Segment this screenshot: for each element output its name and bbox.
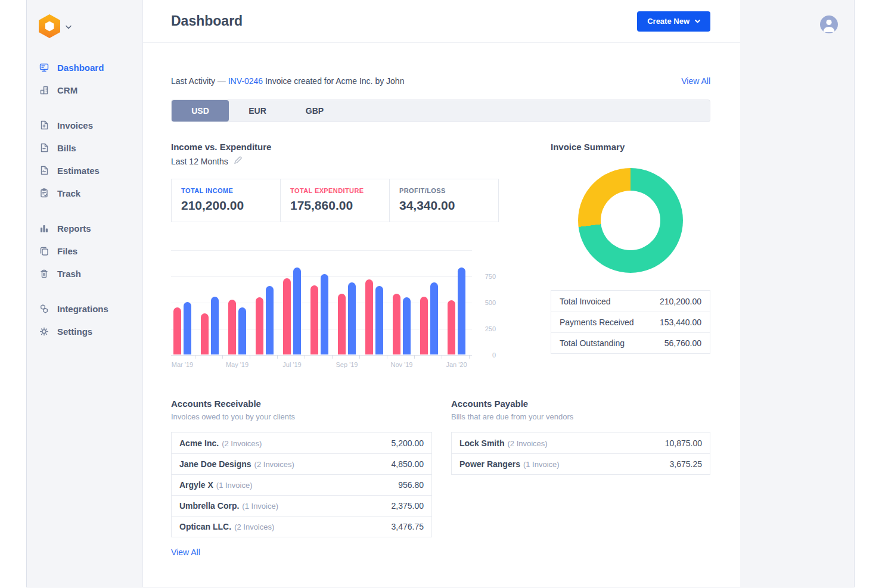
y-axis-tick-label: 0 xyxy=(472,351,496,359)
x-axis-tick xyxy=(222,355,223,359)
app-frame: Dashboard CRM Invoices Bills xyxy=(26,0,855,587)
dashboard-body: Last Activity — INV-0246 Invoice created… xyxy=(143,43,740,558)
invoice-summary-table: Total Invoiced210,200.00Payments Receive… xyxy=(551,290,710,354)
profit-loss-stat: PROFIT/LOSS 34,340.00 xyxy=(390,179,498,222)
receivable-view-all-link[interactable]: View All xyxy=(171,547,200,557)
income-expenditure-section: Income vs. Expenditure Last 12 Months TO… xyxy=(171,142,499,372)
x-axis-tick-label: Mar '19 xyxy=(172,361,193,368)
total-expenditure-stat: TOTAL EXPENDITURE 175,860.00 xyxy=(281,179,390,222)
building-icon xyxy=(39,85,49,95)
client-name: Optican LLC. xyxy=(179,522,231,531)
client-row[interactable]: Jane Doe Designs(2 Invoices)4,850.00 xyxy=(172,453,431,474)
invoice-count: (2 Invoices) xyxy=(254,460,294,469)
bar-expenditure xyxy=(310,285,318,354)
bar-expenditure xyxy=(228,300,236,354)
accounts-receivable-section: Accounts Receivable Invoices owed to you… xyxy=(171,399,432,558)
edit-range-icon[interactable] xyxy=(234,156,242,166)
bar-expenditure xyxy=(256,297,263,354)
file-minus-icon xyxy=(39,142,49,153)
sidebar-item-bills[interactable]: Bills xyxy=(39,136,142,159)
invoice-count: (1 Invoice) xyxy=(523,460,560,469)
sidebar-item-files[interactable]: Files xyxy=(39,239,142,262)
currency-tabs: USD EUR GBP xyxy=(171,99,710,122)
x-axis-tick xyxy=(414,355,415,359)
tab-eur[interactable]: EUR xyxy=(229,100,286,122)
user-avatar[interactable] xyxy=(820,15,838,33)
bar-expenditure xyxy=(365,279,373,354)
bar-income xyxy=(348,282,356,354)
sidebar-item-trash[interactable]: Trash xyxy=(39,262,142,285)
x-axis-tick xyxy=(250,355,250,359)
summary-row: Payments Received153,440.00 xyxy=(551,312,710,332)
client-name: Umbrella Corp. xyxy=(179,501,239,511)
summary-label: Total Invoiced xyxy=(560,297,611,306)
monitor-icon xyxy=(39,62,49,73)
create-new-button[interactable]: Create New xyxy=(637,11,710,32)
client-row[interactable]: Power Rangers(1 Invoice)3,675.25 xyxy=(452,453,710,474)
tab-gbp[interactable]: GBP xyxy=(286,100,343,122)
sidebar-item-track[interactable]: Track xyxy=(39,182,142,204)
bar-income xyxy=(266,286,274,354)
summary-value: 153,440.00 xyxy=(660,318,701,327)
sidebar-nav: Dashboard CRM Invoices Bills xyxy=(39,56,142,343)
bar-expenditure xyxy=(201,313,209,354)
amount: 3,476.75 xyxy=(392,522,424,531)
bar-income xyxy=(293,267,301,354)
x-axis-tick-label: Jan '20 xyxy=(446,361,467,368)
page-header: Dashboard Create New xyxy=(143,0,740,43)
client-name: Argyle X xyxy=(179,480,213,490)
x-axis-tick-label: Sep '19 xyxy=(336,361,358,368)
person-icon xyxy=(820,15,838,33)
file-plus-icon xyxy=(39,120,49,130)
sidebar-item-settings[interactable]: Settings xyxy=(39,320,142,343)
amount: 3,675.25 xyxy=(670,459,703,469)
invoice-count: (2 Invoices) xyxy=(222,439,262,448)
bar-income xyxy=(430,282,438,354)
client-name: Power Rangers xyxy=(459,459,520,469)
client-row[interactable]: Optican LLC.(2 Invoices)3,476.75 xyxy=(172,516,431,537)
app-logo-icon xyxy=(39,14,60,38)
main-content: Dashboard Create New Last Activity — INV… xyxy=(143,0,740,587)
client-row[interactable]: Umbrella Corp.(1 Invoice)2,375.00 xyxy=(172,495,431,516)
date-range: Last 12 Months xyxy=(171,156,499,166)
summary-row: Total Invoiced210,200.00 xyxy=(551,291,710,312)
bar-income xyxy=(458,267,465,354)
x-axis-tick-label: May '19 xyxy=(226,361,249,368)
workspace-switcher[interactable] xyxy=(39,14,142,38)
sidebar-item-reports[interactable]: Reports xyxy=(39,217,142,239)
x-axis-tick xyxy=(469,355,470,359)
amount: 5,200.00 xyxy=(392,438,424,448)
sidebar-item-crm[interactable]: CRM xyxy=(39,79,142,101)
sidebar-item-integrations[interactable]: Integrations xyxy=(39,297,142,320)
accounts-payable-table: Lock Smith(2 Invoices)10,875.00Power Ran… xyxy=(451,432,710,475)
amount: 10,875.00 xyxy=(665,438,702,448)
client-row[interactable]: Acme Inc.(2 Invoices)5,200.00 xyxy=(172,433,431,453)
client-name: Lock Smith xyxy=(459,438,504,448)
sidebar-item-estimates[interactable]: Estimates xyxy=(39,159,142,182)
trash-icon xyxy=(39,268,49,279)
invoice-count: (2 Invoices) xyxy=(234,522,274,531)
bar-income xyxy=(403,297,411,354)
summary-value: 56,760.00 xyxy=(664,338,701,348)
client-row[interactable]: Argyle X(1 Invoice)956.80 xyxy=(172,474,431,495)
sidebar-item-invoices[interactable]: Invoices xyxy=(39,114,142,136)
bar-income xyxy=(184,302,191,354)
client-row[interactable]: Lock Smith(2 Invoices)10,875.00 xyxy=(452,433,710,453)
sidebar-item-dashboard[interactable]: Dashboard xyxy=(39,56,142,79)
activity-view-all-link[interactable]: View All xyxy=(681,76,710,86)
amount: 4,850.00 xyxy=(392,459,424,469)
y-axis-tick-label: 250 xyxy=(472,325,496,332)
total-income-stat: TOTAL INCOME 210,200.00 xyxy=(172,179,281,222)
invoice-summary-title: Invoice Summary xyxy=(551,142,710,152)
amount: 2,375.00 xyxy=(392,501,424,511)
tab-usd[interactable]: USD xyxy=(172,100,229,122)
activity-invoice-link[interactable]: INV-0246 xyxy=(228,76,263,86)
bar-expenditure xyxy=(420,297,428,354)
x-axis-tick xyxy=(305,355,305,359)
client-name: Acme Inc. xyxy=(179,438,219,448)
bar-expenditure xyxy=(338,294,346,354)
summary-row: Total Outstanding56,760.00 xyxy=(551,332,710,353)
bar-income xyxy=(238,307,246,354)
client-name: Jane Doe Designs xyxy=(179,459,251,469)
gridline xyxy=(171,355,472,356)
